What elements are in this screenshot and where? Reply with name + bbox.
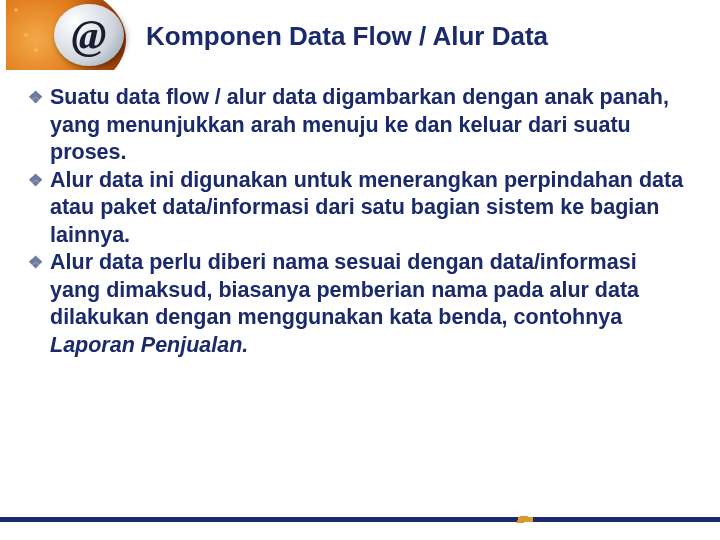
diamond-icon: ❖ xyxy=(28,254,43,271)
bullet-item: ❖ Alur data ini digunakan untuk menerang… xyxy=(28,167,692,250)
bullet-text-italic: Laporan Penjualan. xyxy=(50,333,248,357)
bullet-item: ❖ Alur data perlu diberi nama sesuai den… xyxy=(28,249,692,359)
bullet-text: Alur data ini digunakan untuk menerangka… xyxy=(50,168,683,247)
bullet-text: Suatu data flow / alur data digambarkan … xyxy=(50,85,669,164)
slide-header: @ Komponen Data Flow / Alur Data xyxy=(0,0,720,70)
diamond-icon: ❖ xyxy=(28,89,43,106)
diamond-icon: ❖ xyxy=(28,172,43,189)
slide-title: Komponen Data Flow / Alur Data xyxy=(136,18,548,52)
at-symbol: @ xyxy=(72,14,107,56)
at-icon: @ xyxy=(54,4,124,66)
bullet-text-pre: Alur data perlu diberi nama sesuai denga… xyxy=(50,250,639,329)
logo: @ xyxy=(6,0,136,70)
footer-divider xyxy=(0,517,720,522)
slide-content: ❖ Suatu data flow / alur data digambarka… xyxy=(0,70,720,359)
bullet-item: ❖ Suatu data flow / alur data digambarka… xyxy=(28,84,692,167)
